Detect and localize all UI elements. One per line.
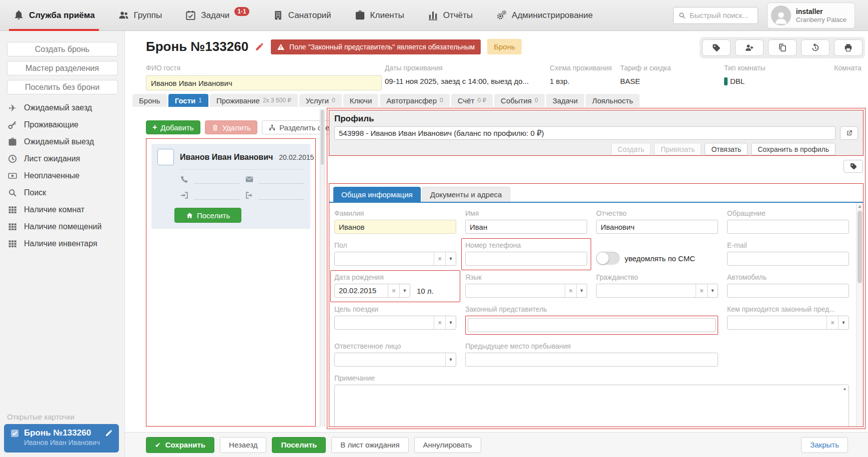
annul-button[interactable]: Аннулировать [414, 437, 481, 453]
profile-unbind-button[interactable]: Отвязать [705, 143, 748, 155]
sidebar-item-space-availability[interactable]: Наличие помещений [0, 218, 124, 235]
tab-guests[interactable]: Гости1 [168, 94, 208, 107]
chevron-down-icon[interactable]: ▼ [838, 316, 849, 329]
quick-search-input[interactable] [690, 11, 753, 19]
tab-services[interactable]: Услуги0 [299, 94, 342, 107]
nav-item-administration[interactable]: Администрирование [496, 0, 593, 31]
sidebar-item-expected-arrival[interactable]: ✈ Ожидаемый заезд [0, 99, 124, 116]
tab-tasks[interactable]: Задачи [546, 94, 584, 107]
guest-fio-input[interactable] [146, 75, 382, 90]
scrollbar-thumb[interactable] [321, 110, 324, 165]
chevron-down-icon[interactable]: ▼ [445, 316, 456, 329]
guest-card[interactable]: Иванов Иван Иванович 20.02.2015 [151, 144, 310, 229]
previous-place-field[interactable] [465, 353, 718, 367]
tab-loyalty[interactable]: Лояльность [586, 94, 640, 107]
email-field[interactable] [727, 252, 849, 266]
user-menu[interactable]: installer Cranberry Palace [767, 2, 855, 28]
sidebar-item-unpaid[interactable]: Неоплаченные [0, 167, 124, 184]
car-field[interactable] [727, 284, 849, 298]
guest-checkbox[interactable] [157, 149, 174, 165]
scrollbar-thumb[interactable] [858, 211, 862, 283]
edit-title-pencil-icon[interactable] [255, 42, 264, 51]
clear-icon[interactable]: × [696, 284, 707, 297]
chevron-down-icon[interactable]: ▼ [576, 284, 587, 297]
no-show-button[interactable]: Незаезд [220, 437, 266, 453]
nav-item-groups[interactable]: Группы [118, 0, 162, 31]
profile-create-button[interactable]: Создать [611, 143, 651, 155]
tab-transfer[interactable]: Автотрансфер0 [380, 94, 449, 107]
birthdate-picker[interactable]: 20.02.2015 × ▼ [334, 284, 410, 298]
checkin-button[interactable]: Поселить [272, 437, 326, 453]
trip-purpose-select[interactable]: × ▼ [334, 316, 456, 330]
clear-icon[interactable]: × [434, 316, 445, 329]
panel-scrollbar[interactable] [320, 109, 325, 427]
clear-icon[interactable]: × [565, 284, 576, 297]
firstname-field[interactable] [465, 220, 587, 234]
phone-field[interactable] [465, 252, 587, 266]
print-button[interactable] [834, 39, 863, 56]
tab-events[interactable]: События0 [494, 94, 545, 107]
nav-item-clients[interactable]: Клиенты [354, 0, 404, 31]
sms-toggle[interactable] [596, 252, 620, 265]
guest-checkin-label: Поселить [197, 211, 230, 220]
sidebar-item-search[interactable]: Поиск [0, 184, 124, 201]
history-button[interactable] [801, 39, 830, 56]
tab-invoice[interactable]: Счёт0 ₽ [451, 94, 493, 107]
responsible-person-select[interactable]: ▼ [334, 353, 456, 367]
lastname-field[interactable] [334, 220, 456, 234]
open-profile-button[interactable] [840, 126, 858, 140]
gender-select[interactable]: × ▼ [334, 252, 456, 266]
sidebar-item-waitlist[interactable]: Лист ожидания [0, 150, 124, 167]
tab-documents-addresses[interactable]: Документы и адреса [422, 187, 511, 202]
add-guest-button[interactable]: + Добавить [146, 120, 200, 134]
profile-save-button[interactable]: Сохранить в профиль [751, 143, 836, 155]
guest-checkin-button[interactable]: Поселить [174, 208, 241, 223]
legal-representative-field[interactable] [468, 318, 716, 332]
scroll-up-icon[interactable]: ▲ [843, 386, 847, 391]
nav-item-reception[interactable]: Служба приёма [13, 0, 95, 31]
sidebar-item-residents[interactable]: Проживающие [0, 116, 124, 133]
clear-icon[interactable]: × [827, 316, 838, 329]
chevron-down-icon[interactable]: ▼ [707, 284, 718, 297]
salutation-field[interactable] [727, 220, 849, 234]
nav-item-reports[interactable]: Отчёты [427, 0, 473, 31]
tab-keys[interactable]: Ключи [343, 94, 379, 107]
tab-accommodation[interactable]: Проживание2х 3 500 ₽ [210, 94, 298, 107]
sidebar-item-expected-departure[interactable]: Ожидаемый выезд [0, 133, 124, 150]
checkin-without-booking-button[interactable]: Поселить без брони [7, 80, 118, 94]
nav-item-tasks[interactable]: Задачи 1·1 [185, 0, 249, 31]
quick-search[interactable] [673, 7, 758, 24]
delete-guest-button[interactable]: Удалить [205, 120, 257, 134]
waitlist-button[interactable]: В лист ожидания [331, 437, 408, 453]
tab-general-info[interactable]: Общая информация [333, 187, 421, 202]
form-scrollbar[interactable]: ▲ [856, 203, 863, 427]
scroll-up-icon[interactable]: ▲ [857, 203, 863, 210]
clear-icon[interactable]: × [388, 284, 399, 297]
copy-button[interactable] [768, 39, 797, 56]
sidebar-item-label: Неоплаченные [24, 171, 79, 180]
note-textarea[interactable]: ▲ ▼ [334, 385, 849, 427]
profile-input[interactable] [334, 126, 836, 140]
tags-button[interactable] [702, 39, 731, 56]
guest-tags-button[interactable] [844, 160, 863, 173]
legal-representative-relation-select[interactable]: × ▼ [727, 316, 849, 330]
open-card-booking[interactable]: Бронь №133260 Иванов Иван Иванович [4, 424, 119, 453]
create-booking-button[interactable]: Создать бронь [7, 42, 118, 56]
nav-item-sanatorium[interactable]: Санаторий [272, 0, 331, 31]
chevron-down-icon[interactable]: ▼ [445, 252, 456, 265]
sidebar-item-room-availability[interactable]: Наличие комнат [0, 201, 124, 218]
chevron-down-icon[interactable]: ▼ [445, 353, 456, 366]
sidebar-item-inventory-availability[interactable]: Наличие инвентаря [0, 235, 124, 252]
save-button[interactable]: ✔ Сохранить [146, 437, 214, 453]
middlename-field[interactable] [596, 220, 718, 234]
close-button[interactable]: Закрыть [801, 437, 848, 453]
citizenship-select[interactable]: × ▼ [596, 284, 718, 298]
split-wizard-button[interactable]: Мастер разделения [7, 61, 118, 75]
tab-booking[interactable]: Бронь [132, 94, 167, 107]
language-select[interactable]: × ▼ [465, 284, 587, 298]
profile-bind-button[interactable]: Привязать [654, 143, 701, 155]
add-person-button[interactable] [735, 39, 764, 56]
chevron-down-icon[interactable]: ▼ [399, 284, 410, 297]
pencil-icon[interactable] [105, 429, 113, 437]
clear-icon[interactable]: × [434, 252, 445, 265]
